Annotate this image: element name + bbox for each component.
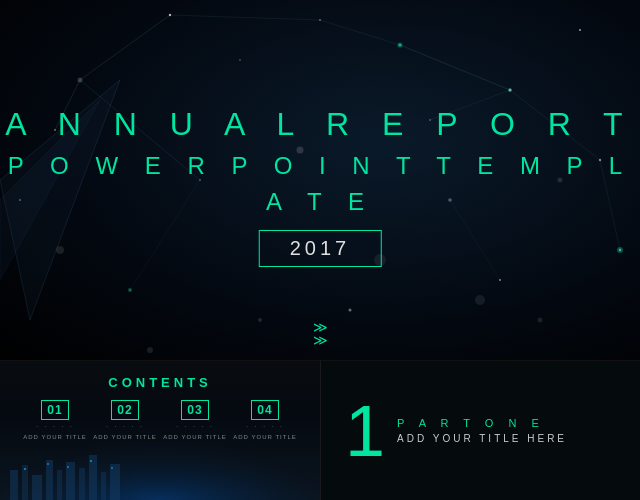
svg-rect-54 — [47, 463, 49, 465]
contents-heading: CONTENTS — [0, 375, 320, 390]
dots-4: · · · · · — [246, 422, 284, 431]
content-num-1: 01 — [41, 400, 69, 420]
svg-point-6 — [239, 59, 241, 61]
svg-rect-57 — [111, 467, 113, 469]
svg-rect-56 — [90, 460, 92, 462]
content-item-4: 04 · · · · · ADD YOUR TITLE — [233, 400, 297, 441]
svg-rect-53 — [24, 468, 26, 470]
svg-point-33 — [617, 247, 623, 253]
content-item-1: 01 · · · · · ADD YOUR TITLE — [23, 400, 87, 441]
svg-rect-44 — [22, 465, 28, 500]
svg-point-32 — [508, 88, 512, 92]
svg-rect-43 — [10, 470, 18, 500]
part-info: P A R T O N E ADD YOUR TITLE HERE — [397, 417, 567, 444]
svg-rect-45 — [32, 475, 42, 500]
svg-point-30 — [398, 43, 403, 48]
svg-point-41 — [538, 318, 543, 323]
part-one-label: P A R T O N E — [397, 417, 567, 429]
year-badge: 2017 — [259, 230, 382, 267]
content-label-3: ADD YOUR TITLE — [163, 433, 226, 441]
svg-line-21 — [320, 20, 400, 45]
dots-1: · · · · · — [36, 422, 74, 431]
content-num-4: 04 — [251, 400, 279, 420]
svg-point-36 — [56, 246, 64, 254]
svg-rect-46 — [46, 460, 53, 500]
svg-rect-55 — [67, 466, 69, 468]
svg-point-35 — [475, 295, 485, 305]
svg-line-17 — [80, 15, 170, 80]
content-item-3: 03 · · · · · ADD YOUR TITLE — [163, 400, 227, 441]
contents-items-list: 01 · · · · · ADD YOUR TITLE 02 · · · · ·… — [0, 400, 320, 441]
svg-rect-52 — [110, 464, 120, 500]
content-item-2: 02 · · · · · ADD YOUR TITLE — [93, 400, 157, 441]
svg-point-9 — [579, 29, 581, 31]
part-one-panel: 1 P A R T O N E ADD YOUR TITLE HERE — [320, 360, 640, 500]
content-num-3: 03 — [181, 400, 209, 420]
top-slide: A N N U A L R E P O R T P O W E R P O I … — [0, 0, 640, 360]
content-label-4: ADD YOUR TITLE — [233, 433, 296, 441]
svg-point-10 — [349, 309, 352, 312]
content-num-2: 02 — [111, 400, 139, 420]
content-label-1: ADD YOUR TITLE — [23, 433, 86, 441]
slide-title: A N N U A L R E P O R T P O W E R P O I … — [0, 100, 640, 220]
svg-rect-51 — [101, 472, 106, 500]
part-number: 1 — [345, 395, 385, 467]
dots-2: · · · · · — [106, 422, 144, 431]
svg-point-31 — [128, 288, 132, 292]
bottom-row: CONTENTS 01 · · · · · ADD YOUR TITLE 02 … — [0, 360, 640, 500]
dots-3: · · · · · — [176, 422, 214, 431]
chevron-down-icon: ≫≫ — [313, 318, 328, 346]
svg-line-22 — [400, 45, 510, 90]
svg-rect-49 — [79, 468, 85, 500]
part-one-content: 1 P A R T O N E ADD YOUR TITLE HERE — [321, 361, 640, 500]
svg-line-20 — [170, 15, 320, 20]
svg-rect-47 — [57, 470, 62, 500]
content-label-2: ADD YOUR TITLE — [93, 433, 156, 441]
part-subtitle: ADD YOUR TITLE HERE — [397, 433, 567, 444]
svg-point-40 — [258, 318, 262, 322]
contents-panel: CONTENTS 01 · · · · · ADD YOUR TITLE 02 … — [0, 360, 320, 500]
svg-point-39 — [147, 347, 153, 353]
